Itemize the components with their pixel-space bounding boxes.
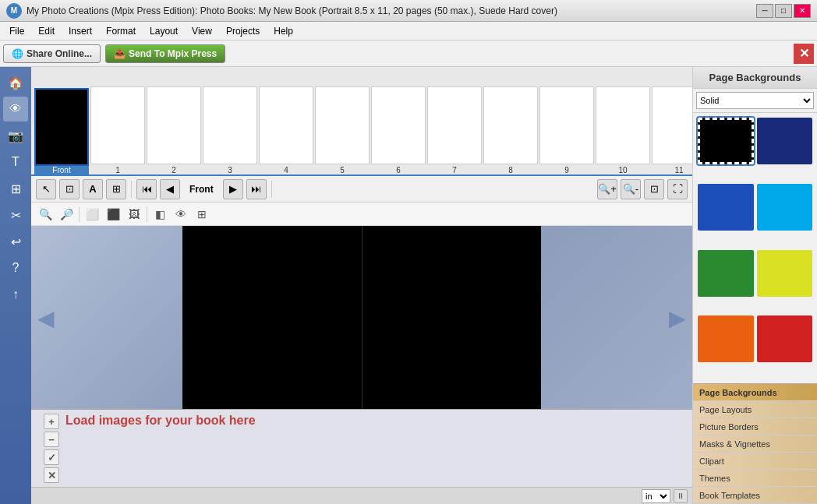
crop-tool-button[interactable]: ⊡ <box>59 179 80 199</box>
thumbnail-box-2 <box>147 86 201 164</box>
fit-img-button[interactable]: ⬜ <box>83 205 101 224</box>
page-backgrounds-tab[interactable]: Page Backgrounds <box>693 384 817 401</box>
masks-vignettes-tab[interactable]: Masks & Vignettes <box>693 435 817 453</box>
home-tool[interactable]: 🏠 <box>3 70 28 95</box>
photos-tool[interactable]: 📷 <box>3 123 28 148</box>
close-window-button[interactable]: ✕ <box>794 4 811 18</box>
color-swatch-navy[interactable] <box>757 118 813 164</box>
landscape-img-button[interactable]: 🖼 <box>125 205 143 224</box>
menu-view[interactable]: View <box>186 24 218 38</box>
fill-img-button[interactable]: ⬛ <box>104 205 122 224</box>
color-swatch-blue[interactable] <box>698 184 754 231</box>
image-toolbar-separator-1 <box>79 206 80 222</box>
zoom-out-button[interactable]: 🔍- <box>621 179 641 199</box>
thumbnail-box-9 <box>539 86 594 164</box>
thumbnail-label-7: 7 <box>452 166 457 174</box>
thumbnail-2[interactable]: 2 <box>147 86 201 174</box>
themes-tab[interactable]: Themes <box>693 470 817 487</box>
page-canvas: 🔒 🔒 <box>182 226 541 409</box>
share-online-button[interactable]: 🌐 Share Online... <box>3 44 101 63</box>
send-label: Send To Mpix Press <box>129 48 217 59</box>
thumbnail-label-6: 6 <box>396 166 401 174</box>
left-sidebar: 🏠👁📷T⊞✂↩?↑ <box>0 67 31 504</box>
background-type-selector[interactable]: Solid Gradient Pattern <box>696 92 814 109</box>
right-panel-header: Page Backgrounds <box>693 67 817 89</box>
nav-start-button[interactable]: ⏮ <box>136 179 157 199</box>
thumbnail-1[interactable]: 1 <box>90 86 145 174</box>
color-swatch-black[interactable] <box>698 118 754 164</box>
thumbnail-4[interactable]: 4 <box>259 86 313 174</box>
layout-tool[interactable]: ⊞ <box>3 176 28 201</box>
view-tool[interactable]: 👁 <box>3 97 28 122</box>
add-image-button[interactable]: + <box>44 414 59 429</box>
thumbnail-11[interactable]: 11 <box>652 86 692 174</box>
send-to-mpix-button[interactable]: 📤 Send To Mpix Press <box>105 44 225 63</box>
menu-layout[interactable]: Layout <box>143 24 184 38</box>
panel-close-button[interactable]: ✕ <box>794 44 814 64</box>
thumbnail-7[interactable]: 7 <box>427 86 482 174</box>
thumbnail-3[interactable]: 3 <box>203 86 257 174</box>
color-swatch-orange[interactable] <box>698 315 754 362</box>
maximize-button[interactable]: □ <box>775 4 792 18</box>
thumbnail-10[interactable]: 10 <box>596 86 650 174</box>
clipart-tool[interactable]: ✂ <box>3 203 28 227</box>
nav-end-button[interactable]: ⏭ <box>246 179 267 199</box>
zoom-out-img-button[interactable]: 🔎 <box>57 205 76 224</box>
canvas-nav-right[interactable]: ▶ <box>669 305 686 330</box>
thumbnail-9[interactable]: 9 <box>539 86 594 174</box>
thumbnail-box-4 <box>259 86 313 164</box>
menu-format[interactable]: Format <box>100 24 142 38</box>
remove-image-button[interactable]: − <box>44 432 59 447</box>
menu-insert[interactable]: Insert <box>62 24 98 38</box>
book-templates-tab[interactable]: Book Templates <box>693 487 817 504</box>
share-sidebar-tool[interactable]: ↑ <box>3 282 28 307</box>
thumbnail-8[interactable]: 8 <box>483 86 538 174</box>
thumbnail-label-9: 9 <box>564 166 569 174</box>
statusbar-pause-button[interactable]: ⏸ <box>674 489 688 503</box>
nav-prev-button[interactable]: ◀ <box>160 179 180 199</box>
thumbnail-Front[interactable]: Front <box>34 88 89 174</box>
zoom-in-button[interactable]: 🔍+ <box>597 179 617 199</box>
layout-tool-button[interactable]: ⊞ <box>106 179 126 199</box>
thumbnail-label-4: 4 <box>284 166 288 174</box>
thumbnail-front-label: Front <box>34 166 89 174</box>
undo-tool[interactable]: ↩ <box>3 229 28 254</box>
menu-help[interactable]: Help <box>267 24 299 38</box>
eye-button[interactable]: 👁 <box>172 205 190 224</box>
adjust-button[interactable]: ⊞ <box>193 205 211 224</box>
flag-left-button[interactable]: ◧ <box>150 205 169 224</box>
thumbnail-box-11 <box>652 86 692 164</box>
canvas-area: ◀ ▼ 🔒 🔒 ▶ <box>31 226 692 409</box>
thumbnail-box-3 <box>203 86 257 164</box>
confirm-image-button[interactable]: ✓ <box>44 449 59 465</box>
picture-borders-tab[interactable]: Picture Borders <box>693 418 817 435</box>
thumbnail-5[interactable]: 5 <box>315 86 370 174</box>
text-tool-button[interactable]: A <box>83 179 103 199</box>
thumbnail-box-10 <box>596 86 650 164</box>
color-swatch-green[interactable] <box>698 250 754 297</box>
menu-edit[interactable]: Edit <box>32 24 61 38</box>
color-swatch-yellow[interactable] <box>757 250 813 297</box>
minimize-button[interactable]: ─ <box>756 4 773 18</box>
select-tool-button[interactable]: ↖ <box>36 179 56 199</box>
nav-next-button[interactable]: ▶ <box>223 179 243 199</box>
color-swatch-red[interactable] <box>757 315 813 362</box>
help-tool[interactable]: ? <box>3 256 28 280</box>
menu-projects[interactable]: Projects <box>220 24 266 38</box>
color-swatch-cyan[interactable] <box>757 184 813 231</box>
zoom-in-img-button[interactable]: 🔍 <box>36 205 55 224</box>
fullscreen-button[interactable]: ⛶ <box>667 179 688 199</box>
menu-file[interactable]: File <box>3 24 30 38</box>
clipart-tab[interactable]: Clipart <box>693 453 817 470</box>
content-area: Front123456789101112 ↖ ⊡ A ⊞ ⏮ ◀ Front ▶… <box>31 67 692 504</box>
fit-page-button[interactable]: ⊡ <box>644 179 664 199</box>
right-page: 🔒 <box>363 226 542 409</box>
left-page: 🔒 <box>182 226 363 409</box>
unit-selector[interactable]: in cm px <box>642 489 670 503</box>
thumbnail-box-5 <box>315 86 370 164</box>
page-layouts-tab[interactable]: Page Layouts <box>693 401 817 418</box>
cancel-image-button[interactable]: ✕ <box>44 467 59 483</box>
text-tool[interactable]: T <box>3 150 28 174</box>
canvas-nav-left[interactable]: ◀ <box>37 305 55 330</box>
thumbnail-6[interactable]: 6 <box>371 86 426 174</box>
